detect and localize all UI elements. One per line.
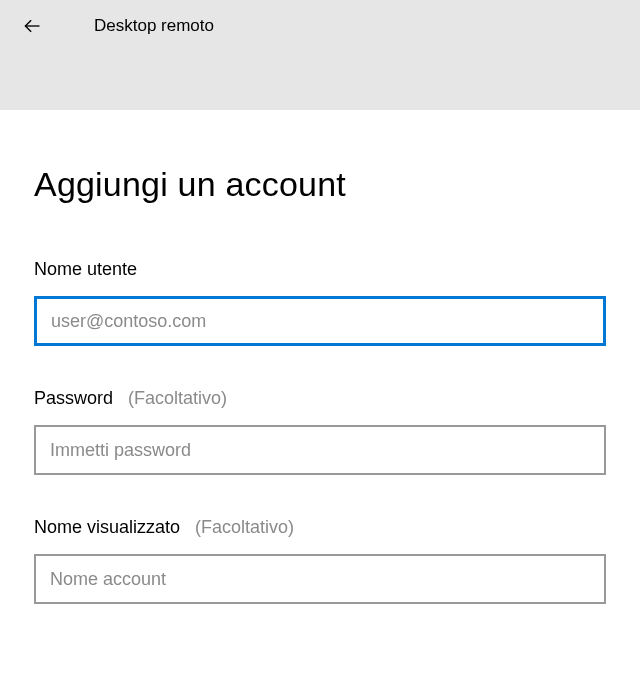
- display-name-hint: (Facoltativo): [195, 517, 294, 537]
- username-field-group: Nome utente: [34, 259, 606, 346]
- display-name-label: Nome visualizzato (Facoltativo): [34, 517, 606, 538]
- password-field-group: Password (Facoltativo): [34, 388, 606, 475]
- username-label: Nome utente: [34, 259, 606, 280]
- header-bar: Desktop remoto: [0, 0, 640, 110]
- display-name-field-group: Nome visualizzato (Facoltativo): [34, 517, 606, 604]
- app-title: Desktop remoto: [94, 16, 214, 36]
- display-name-input[interactable]: [34, 554, 606, 604]
- password-label: Password (Facoltativo): [34, 388, 606, 409]
- password-label-text: Password: [34, 388, 113, 408]
- back-arrow-icon[interactable]: [20, 14, 44, 38]
- display-name-label-text: Nome visualizzato: [34, 517, 180, 537]
- password-hint: (Facoltativo): [128, 388, 227, 408]
- username-input[interactable]: [34, 296, 606, 346]
- content-area: Aggiungi un account Nome utente Password…: [0, 110, 640, 604]
- password-input[interactable]: [34, 425, 606, 475]
- page-title: Aggiungi un account: [34, 165, 606, 204]
